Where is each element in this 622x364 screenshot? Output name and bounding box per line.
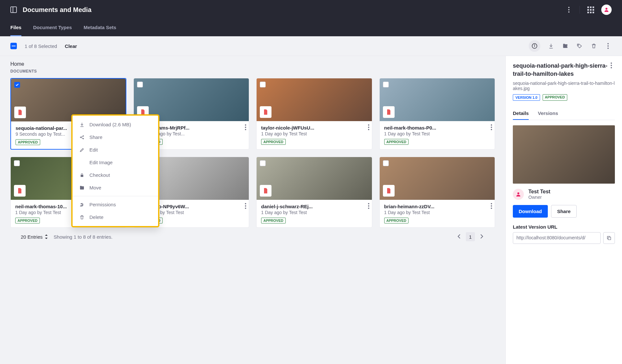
svg-point-7: [83, 135, 84, 136]
menu-permissions[interactable]: Permissions: [73, 198, 158, 211]
card-more-icon[interactable]: [368, 203, 369, 209]
preview-image: [513, 125, 615, 184]
breadcrumb[interactable]: Home: [10, 61, 495, 67]
panel-filename: sequoia-national-park-high-sierra-trail-…: [513, 81, 615, 91]
pagination: 20 Entries Showing 1 to 8 of 8 entries. …: [10, 228, 495, 246]
card-more-icon[interactable]: [245, 124, 246, 130]
move-icon[interactable]: [562, 42, 569, 50]
entries-per-page[interactable]: 20 Entries: [21, 234, 48, 240]
status-badge: APPROVED: [15, 218, 40, 223]
card-thumbnail[interactable]: [257, 157, 372, 200]
card-checkbox[interactable]: [137, 82, 143, 87]
panel-toggle-icon[interactable]: [10, 6, 17, 13]
card-subtitle: 1 Day ago by Test Test: [384, 131, 446, 136]
status-badge: APPROVED: [384, 218, 409, 223]
panel-tab-versions[interactable]: Versions: [538, 107, 558, 120]
page-title: Documents and Media: [23, 6, 565, 14]
trash-icon[interactable]: [590, 42, 597, 50]
card-subtitle: 1 Day ago by Test Test: [384, 210, 446, 215]
card-checkbox[interactable]: [383, 82, 389, 87]
card-more-icon[interactable]: [368, 124, 369, 130]
download-icon[interactable]: [547, 42, 555, 50]
url-input[interactable]: http://localhost:8080/documents/d/: [513, 232, 601, 244]
card-title: neil-mark-thomas-10...: [15, 204, 74, 209]
menu-share[interactable]: Share: [73, 131, 158, 143]
document-card[interactable]: daniel-j-schwarz-REj... 1 Day ago by Tes…: [256, 157, 372, 228]
svg-rect-11: [608, 237, 611, 240]
card-title: sequoia-national-par...: [16, 125, 74, 131]
next-page-button[interactable]: [479, 233, 485, 241]
status-badge: APPROVED: [543, 94, 567, 101]
card-thumbnail[interactable]: [380, 157, 495, 200]
page-number[interactable]: 1: [466, 232, 475, 241]
user-avatar[interactable]: [601, 5, 612, 15]
image-file-icon: [14, 107, 26, 118]
details-panel: sequoia-national-park-high-sierra-trail-…: [505, 56, 622, 364]
document-card[interactable]: brian-heimann-zzDV... 1 Day ago by Test …: [379, 157, 495, 228]
copy-button[interactable]: [603, 232, 615, 244]
svg-point-4: [534, 45, 535, 45]
version-badge: VERSION 1.0: [513, 94, 540, 101]
card-thumbnail[interactable]: [380, 78, 495, 121]
status-badge: APPROVED: [16, 139, 40, 145]
clear-selection-button[interactable]: Clear: [65, 43, 77, 49]
menu-checkout-label: Checkout: [89, 172, 110, 178]
section-label: DOCUMENTS: [10, 69, 495, 74]
document-card[interactable]: neil-mark-thomas-P0... 1 Day ago by Test…: [379, 78, 495, 150]
lock-icon: [79, 173, 85, 177]
menu-edit-image[interactable]: Edit Image: [73, 156, 158, 169]
panel-more-icon[interactable]: [608, 62, 615, 69]
more-actions-icon[interactable]: [605, 42, 612, 50]
share-button[interactable]: Share: [551, 205, 577, 218]
owner-name: Test Test: [528, 189, 550, 195]
apps-icon[interactable]: [587, 6, 594, 13]
tab-files[interactable]: Files: [10, 19, 21, 36]
image-file-icon: [383, 106, 395, 118]
card-checkbox[interactable]: [14, 160, 20, 166]
select-all-checkbox[interactable]: [10, 43, 17, 49]
selection-bar: 1 of 8 Selected Clear: [0, 36, 622, 56]
kebab-icon[interactable]: [565, 6, 572, 13]
menu-delete[interactable]: Delete: [73, 211, 158, 223]
menu-delete-label: Delete: [89, 214, 103, 220]
card-checkbox[interactable]: [383, 160, 389, 166]
menu-checkout[interactable]: Checkout: [73, 169, 158, 181]
card-title: daniel-j-schwarz-REj...: [261, 204, 319, 209]
info-icon[interactable]: [529, 40, 540, 52]
menu-divider: [73, 196, 158, 196]
menu-download[interactable]: Download (2.6 MB): [73, 118, 158, 131]
card-checkbox[interactable]: [14, 82, 20, 88]
prev-page-button[interactable]: [456, 233, 462, 241]
image-file-icon: [260, 106, 271, 118]
card-subtitle: 1 Day ago by Test Test: [15, 210, 77, 215]
owner-avatar: [513, 189, 524, 200]
tag-icon[interactable]: [576, 42, 583, 50]
panel-tab-details[interactable]: Details: [513, 107, 529, 120]
menu-share-label: Share: [89, 134, 102, 140]
card-title: taylor-nicole-jWFUsU...: [261, 125, 319, 131]
card-more-icon[interactable]: [491, 203, 492, 209]
svg-point-0: [605, 8, 607, 10]
menu-edit[interactable]: Edit: [73, 143, 158, 156]
card-more-icon[interactable]: [491, 124, 492, 130]
download-button[interactable]: Download: [513, 205, 548, 218]
image-file-icon: [383, 185, 395, 197]
tab-metadata-sets[interactable]: Metadata Sets: [84, 19, 116, 36]
showing-text: Showing 1 to 8 of 8 entries.: [54, 234, 113, 240]
card-checkbox[interactable]: [260, 160, 266, 166]
trash-icon: [79, 215, 85, 220]
card-context-menu: Download (2.6 MB) Share Edit Edit Image …: [71, 114, 159, 227]
card-more-icon[interactable]: [245, 203, 246, 209]
download-icon: [79, 122, 85, 127]
document-card[interactable]: taylor-nicole-jWFUsU... 1 Day ago by Tes…: [256, 78, 372, 150]
svg-point-6: [80, 137, 81, 138]
pencil-icon: [79, 147, 85, 153]
svg-point-8: [83, 138, 84, 139]
svg-point-10: [517, 192, 519, 194]
panel-title: sequoia-national-park-high-sierra-trail-…: [513, 62, 608, 78]
card-checkbox[interactable]: [260, 82, 266, 87]
divider: [580, 6, 580, 14]
tab-document-types[interactable]: Document Types: [33, 19, 72, 36]
menu-move[interactable]: Move: [73, 181, 158, 194]
card-thumbnail[interactable]: [257, 78, 372, 121]
